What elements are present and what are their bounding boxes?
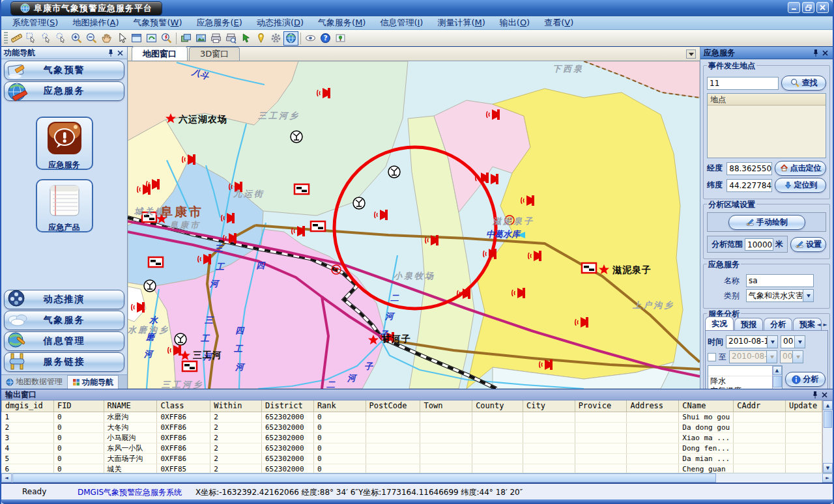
column-header-PostCode[interactable]: PostCode bbox=[366, 400, 420, 412]
scroll-up-icon[interactable]: ▲ bbox=[823, 400, 833, 410]
toolbar-identify-icon[interactable] bbox=[238, 31, 253, 46]
toolbar-help-icon[interactable]: ? bbox=[318, 31, 333, 46]
output-table[interactable]: dmgis_idFIDRNAMEClassWithinDistrictRankP… bbox=[1, 400, 822, 473]
analysis-tab-分析[interactable]: 分析 bbox=[764, 318, 792, 330]
output-vertical-scrollbar[interactable]: ▲ ▼ bbox=[822, 400, 833, 473]
toolbar-visibility-icon[interactable] bbox=[303, 31, 318, 46]
table-row[interactable]: 50大面场子沟0XFF8626523020000Da mian ... bbox=[2, 453, 822, 464]
analysis-tab-实况[interactable]: 实况 bbox=[705, 316, 734, 330]
menu-查看[interactable]: 查看(V) bbox=[537, 17, 581, 29]
toolbar-select-rect-icon[interactable] bbox=[24, 31, 39, 46]
location-search-input[interactable]: 11 bbox=[707, 77, 779, 90]
table-row[interactable]: 40东风一小队0XFF8626523020000Dong fen... bbox=[2, 443, 822, 453]
menu-动态推演[interactable]: 动态推演(D) bbox=[250, 17, 311, 29]
column-header-CAddr[interactable]: CAddr bbox=[734, 400, 786, 412]
toolbar-measure-icon[interactable] bbox=[9, 31, 24, 46]
to-checkbox[interactable] bbox=[708, 353, 716, 361]
toolbar-layers-icon[interactable] bbox=[179, 31, 194, 46]
nav-group-动态推演[interactable]: 动态推演 bbox=[4, 290, 124, 309]
latitude-input[interactable]: 44.22778446 bbox=[726, 179, 772, 192]
date2-select[interactable]: 2010-08-13 bbox=[729, 350, 777, 363]
toolbar-snapshot-icon[interactable] bbox=[333, 31, 348, 46]
nav-tab-功能导航[interactable]: 功能导航 bbox=[68, 375, 119, 389]
element-list-item[interactable]: 空气温度 bbox=[708, 386, 781, 389]
menu-应急服务[interactable]: 应急服务(E) bbox=[190, 17, 250, 29]
nav-group-信息管理[interactable]: 信息管理 bbox=[4, 331, 124, 351]
nav-group-应急服务[interactable]: 应急服务 bbox=[4, 81, 124, 101]
toolbar-print-icon[interactable] bbox=[208, 31, 223, 46]
column-header-FID[interactable]: FID bbox=[53, 400, 104, 412]
column-header-County[interactable]: County bbox=[472, 400, 523, 412]
column-header-Class[interactable]: Class bbox=[157, 400, 210, 412]
panel-close-icon[interactable] bbox=[820, 48, 829, 57]
table-row[interactable]: 10水磨沟0XFF8626523020000Shui mo gou bbox=[2, 412, 822, 422]
scroll-down-icon[interactable]: ▼ bbox=[823, 463, 833, 473]
panel-pin-icon[interactable] bbox=[811, 48, 820, 57]
column-header-Provice[interactable]: Provice bbox=[575, 400, 627, 412]
nav-close-icon[interactable] bbox=[115, 48, 124, 57]
scroll-right-icon[interactable]: ► bbox=[822, 473, 833, 483]
column-header-Rank[interactable]: Rank bbox=[313, 400, 366, 412]
table-row[interactable]: 20大冬沟0XFF8626523020000Da dong gou bbox=[2, 422, 822, 432]
toolbar-grip[interactable] bbox=[4, 32, 8, 45]
column-header-RNAME[interactable]: RNAME bbox=[104, 400, 157, 412]
toolbar-export-map-icon[interactable] bbox=[194, 31, 208, 46]
column-header-Within[interactable]: Within bbox=[210, 400, 262, 412]
hour2-select[interactable]: 00 bbox=[780, 350, 803, 363]
output-pin-icon[interactable] bbox=[811, 390, 820, 399]
hour-select[interactable]: 00 bbox=[781, 335, 805, 348]
nav-group-气象预警[interactable]: 气象预警 bbox=[4, 61, 124, 80]
column-header-Update[interactable]: Update bbox=[785, 400, 822, 412]
map-canvas[interactable]: 下西泉三工河乡九运街城关镇阜康市滋泥泉子小泉牧场上户沟乡水磨沟乡三工河乡八斗中葛… bbox=[128, 61, 700, 389]
analyze-button[interactable]: 分析 bbox=[785, 372, 826, 387]
nav-group-服务链接[interactable]: 服务链接 bbox=[4, 352, 124, 372]
scrollbar-thumb[interactable] bbox=[12, 473, 716, 483]
column-header-dmgis_id[interactable]: dmgis_id bbox=[2, 400, 54, 412]
menu-气象预警[interactable]: 气象预警(W) bbox=[126, 17, 189, 29]
toolbar-locate-icon[interactable] bbox=[253, 31, 268, 46]
service-type-select[interactable]: 气象和洪水灾害 bbox=[746, 289, 814, 302]
longitude-input[interactable]: 88.36255063 bbox=[726, 162, 772, 175]
element-list-scrollbar[interactable]: ▲ bbox=[772, 366, 782, 389]
shortcut-应急服务[interactable]: 应急服务 bbox=[36, 117, 93, 170]
menu-地图操作[interactable]: 地图操作(A) bbox=[65, 17, 126, 29]
table-row[interactable]: 30小马厩沟0XFF8626523020000Xiao ma ... bbox=[2, 432, 822, 443]
toolbar-full-extent-icon[interactable] bbox=[129, 31, 144, 46]
toolbar-print-preview-icon[interactable] bbox=[223, 31, 238, 46]
column-header-Town[interactable]: Town bbox=[420, 400, 472, 412]
column-header-District[interactable]: District bbox=[261, 400, 313, 412]
service-name-input[interactable]: sa bbox=[746, 274, 814, 287]
toolbar-zoom-scale-icon[interactable] bbox=[159, 31, 174, 46]
tabs-scroll-right-icon[interactable]: ► bbox=[822, 321, 828, 328]
element-list[interactable]: 降水空气温度 ▲ bbox=[708, 365, 782, 389]
menu-系统管理[interactable]: 系统管理(S) bbox=[5, 17, 65, 29]
column-header-Address[interactable]: Address bbox=[627, 400, 679, 412]
goto-location-button[interactable]: 定位到 bbox=[775, 178, 826, 193]
table-row[interactable]: 60城关0XFF8526523020000Cheng guan bbox=[2, 464, 822, 473]
menu-气象服务[interactable]: 气象服务(M) bbox=[311, 17, 373, 29]
manual-draw-button[interactable]: 手动绘制 bbox=[728, 215, 805, 230]
toolbar-pointer-icon[interactable] bbox=[114, 31, 129, 46]
toolbar-globe-icon[interactable] bbox=[283, 31, 298, 46]
menu-输出[interactable]: 输出(O) bbox=[493, 17, 537, 29]
toolbar-select-point-icon[interactable] bbox=[54, 31, 69, 46]
column-header-CName[interactable]: CName bbox=[679, 400, 734, 412]
menu-测量计算[interactable]: 测量计算(M) bbox=[430, 17, 492, 29]
toolbar-select-poly-icon[interactable] bbox=[39, 31, 54, 46]
close-button[interactable] bbox=[816, 2, 829, 13]
toolbar-zoom-in-icon[interactable] bbox=[69, 31, 84, 46]
analysis-tab-预报[interactable]: 预报 bbox=[734, 318, 763, 330]
column-header-City[interactable]: City bbox=[523, 400, 575, 412]
toolbar-zoom-out-icon[interactable] bbox=[84, 31, 99, 46]
output-close-icon[interactable] bbox=[820, 390, 829, 399]
map-tab-3D窗口[interactable]: 3D窗口 bbox=[189, 47, 240, 61]
map-tab-地图窗口[interactable]: 地图窗口 bbox=[132, 46, 188, 61]
toolbar-settings-icon[interactable] bbox=[268, 31, 283, 46]
element-list-item[interactable]: 降水 bbox=[708, 376, 781, 386]
search-button[interactable]: 查找 bbox=[781, 76, 826, 91]
toolbar-refresh-icon[interactable] bbox=[144, 31, 159, 46]
tabs-scroll-left-icon[interactable]: ◄ bbox=[816, 321, 822, 328]
nav-group-气象服务[interactable]: 气象服务 bbox=[4, 311, 124, 330]
output-horizontal-scrollbar[interactable]: ◄ ► bbox=[1, 473, 833, 483]
shortcut-应急产品[interactable]: 应急产品 bbox=[36, 179, 93, 232]
